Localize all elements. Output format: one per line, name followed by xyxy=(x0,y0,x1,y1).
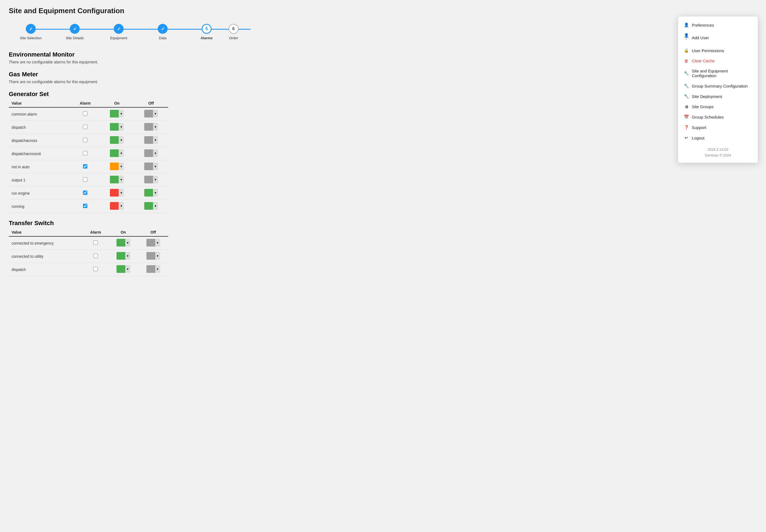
on-color-cell[interactable]: ▼ xyxy=(100,200,134,213)
menu-item-logout[interactable]: ↩Logout xyxy=(678,133,758,143)
on-color-button[interactable]: ▼ xyxy=(110,149,124,157)
menu-item-group-summary-config[interactable]: 🔧Group Summary Configuration xyxy=(678,81,758,91)
off-color-cell[interactable]: ▼ xyxy=(138,236,168,250)
on-color-cell[interactable]: ▼ xyxy=(100,173,134,187)
off-color-button[interactable]: ▼ xyxy=(146,252,160,260)
off-color-button[interactable]: ▼ xyxy=(144,163,158,170)
on-color-button[interactable]: ▼ xyxy=(110,123,124,131)
menu-item-add-user[interactable]: 👤+Add User xyxy=(678,30,758,45)
off-color-cell[interactable]: ▼ xyxy=(134,147,168,160)
on-color-swatch xyxy=(116,265,125,273)
menu-item-clear-cache[interactable]: 🗑Clear Cache xyxy=(678,56,758,66)
off-color-button[interactable]: ▼ xyxy=(144,123,158,131)
on-color-cell[interactable]: ▼ xyxy=(100,187,134,200)
alarm-checkbox[interactable] xyxy=(83,177,87,182)
off-color-cell[interactable]: ▼ xyxy=(134,200,168,213)
alarm-cell[interactable] xyxy=(71,107,100,121)
menu-item-preferences[interactable]: 👤Preferences xyxy=(678,20,758,30)
section-title-transfer-switch: Transfer Switch xyxy=(9,220,239,227)
on-color-button[interactable]: ▼ xyxy=(110,163,124,170)
off-color-swatch xyxy=(144,176,153,183)
off-color-button[interactable]: ▼ xyxy=(144,202,158,210)
row-value: dispatchacrossvii xyxy=(9,147,71,160)
alarm-cell[interactable] xyxy=(71,121,100,134)
on-color-cell[interactable]: ▼ xyxy=(100,121,134,134)
alarm-cell[interactable] xyxy=(71,160,100,173)
step-circle-equipment: ✓ xyxy=(114,24,124,34)
on-color-button[interactable]: ▼ xyxy=(110,176,124,183)
alarm-checkbox[interactable] xyxy=(83,151,87,155)
menu-item-support[interactable]: ❓Support xyxy=(678,122,758,133)
off-color-swatch xyxy=(144,110,153,117)
on-color-button[interactable]: ▼ xyxy=(116,252,130,260)
alarm-checkbox[interactable] xyxy=(93,240,98,245)
menu-item-label: User Permissions xyxy=(692,48,724,53)
step-site-selection[interactable]: ✓Site Selection xyxy=(9,24,53,40)
on-color-cell[interactable]: ▼ xyxy=(100,160,134,173)
stepper: ✓Site Selection✓Site Details✓Equipment✓D… xyxy=(9,24,239,40)
alarm-checkbox[interactable] xyxy=(83,125,87,129)
alarm-cell[interactable] xyxy=(71,173,100,187)
step-alarms[interactable]: 5Alarms xyxy=(184,24,229,40)
on-color-button[interactable]: ▼ xyxy=(110,189,124,197)
alarm-cell[interactable] xyxy=(83,263,108,276)
off-color-button[interactable]: ▼ xyxy=(146,239,160,247)
section-gas-meter: Gas MeterThere are no configurable alarm… xyxy=(9,71,239,84)
off-color-cell[interactable]: ▼ xyxy=(134,107,168,121)
off-color-button[interactable]: ▼ xyxy=(144,176,158,183)
alarm-checkbox[interactable] xyxy=(83,204,87,208)
off-color-cell[interactable]: ▼ xyxy=(134,187,168,200)
step-order[interactable]: 6Order xyxy=(229,24,239,40)
off-color-cell[interactable]: ▼ xyxy=(134,173,168,187)
step-data[interactable]: ✓Data xyxy=(141,24,184,40)
alarm-checkbox[interactable] xyxy=(83,191,87,195)
off-color-cell[interactable]: ▼ xyxy=(134,160,168,173)
menu-item-site-equipment-config[interactable]: 🔧Site and Equipment Configuration xyxy=(678,66,758,81)
on-color-button[interactable]: ▼ xyxy=(110,136,124,144)
menu-item-group-schedules[interactable]: 📅Group Schedules xyxy=(678,112,758,122)
alarm-checkbox[interactable] xyxy=(83,164,87,169)
alarm-cell[interactable] xyxy=(83,250,108,263)
off-color-swatch xyxy=(144,149,153,157)
menu-item-label: Site and Equipment Configuration xyxy=(692,69,752,78)
menu-item-site-groups[interactable]: 🖥Site Groups xyxy=(678,102,758,112)
on-color-button[interactable]: ▼ xyxy=(110,110,124,117)
alarm-checkbox[interactable] xyxy=(93,254,98,258)
alarm-cell[interactable] xyxy=(71,134,100,147)
on-color-button[interactable]: ▼ xyxy=(116,239,130,247)
off-color-button[interactable]: ▼ xyxy=(144,110,158,117)
on-color-cell[interactable]: ▼ xyxy=(108,263,138,276)
alarm-checkbox[interactable] xyxy=(93,267,98,271)
off-color-cell[interactable]: ▼ xyxy=(138,250,168,263)
on-color-swatch xyxy=(110,123,119,131)
off-color-arrow: ▼ xyxy=(155,239,160,247)
on-color-button[interactable]: ▼ xyxy=(110,202,124,210)
menu-item-site-deployment[interactable]: 🔧Site Deployment xyxy=(678,91,758,102)
on-color-cell[interactable]: ▼ xyxy=(100,107,134,121)
on-color-cell[interactable]: ▼ xyxy=(100,134,134,147)
on-color-cell[interactable]: ▼ xyxy=(108,250,138,263)
alarm-checkbox[interactable] xyxy=(83,111,87,116)
step-site-details[interactable]: ✓Site Details xyxy=(53,24,97,40)
off-color-button[interactable]: ▼ xyxy=(144,136,158,144)
off-color-button[interactable]: ▼ xyxy=(144,189,158,197)
off-color-cell[interactable]: ▼ xyxy=(138,263,168,276)
table-row: output 1▼▼ xyxy=(9,173,168,187)
on-color-swatch xyxy=(110,163,119,170)
on-color-button[interactable]: ▼ xyxy=(116,265,130,273)
on-color-arrow: ▼ xyxy=(119,176,124,183)
off-color-cell[interactable]: ▼ xyxy=(134,121,168,134)
off-color-button[interactable]: ▼ xyxy=(146,265,160,273)
step-equipment[interactable]: ✓Equipment xyxy=(97,24,141,40)
off-color-cell[interactable]: ▼ xyxy=(134,134,168,147)
menu-item-user-permissions[interactable]: 🔒User Permissions xyxy=(678,45,758,56)
on-color-cell[interactable]: ▼ xyxy=(100,147,134,160)
alarm-cell[interactable] xyxy=(83,236,108,250)
on-color-cell[interactable]: ▼ xyxy=(108,236,138,250)
dropdown-menu: 👤Preferences👤+Add User🔒User Permissions🗑… xyxy=(678,16,758,163)
alarm-cell[interactable] xyxy=(71,200,100,213)
alarm-cell[interactable] xyxy=(71,187,100,200)
alarm-checkbox[interactable] xyxy=(83,138,87,142)
off-color-button[interactable]: ▼ xyxy=(144,149,158,157)
alarm-cell[interactable] xyxy=(71,147,100,160)
